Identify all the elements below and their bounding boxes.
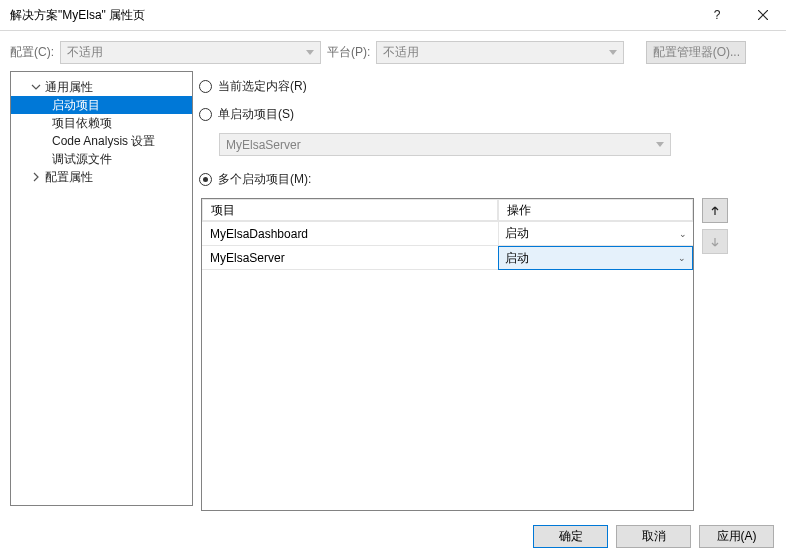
grid-header: 项目 操作: [202, 199, 693, 222]
grid-row[interactable]: MyElsaDashboard 启动 ⌄: [202, 222, 693, 246]
platform-label: 平台(P):: [327, 44, 370, 61]
chevron-down-icon: ⌄: [679, 229, 687, 239]
tree-expand-icon[interactable]: [31, 172, 41, 182]
grid-cell-project[interactable]: MyElsaDashboard: [202, 222, 498, 246]
tree-collapse-icon[interactable]: [31, 82, 41, 92]
property-tree[interactable]: 通用属性 启动项目 项目依赖项 Code Analysis 设置 调试源文件 配…: [10, 71, 193, 506]
close-button[interactable]: [740, 0, 786, 31]
radio-icon: [199, 80, 212, 93]
startup-projects-grid[interactable]: 项目 操作 MyElsaDashboard 启动 ⌄ MyElsaServer …: [201, 198, 694, 511]
configuration-toolbar: 配置(C): 不适用 平台(P): 不适用 配置管理器(O)...: [0, 31, 786, 61]
chevron-down-icon: [656, 142, 664, 147]
tree-node-label: 配置属性: [45, 169, 93, 186]
tree-node-code-analysis[interactable]: Code Analysis 设置: [11, 132, 192, 150]
apply-button[interactable]: 应用(A): [699, 525, 774, 548]
window-title: 解决方案"MyElsa" 属性页: [10, 7, 694, 24]
tree-node-label: 启动项目: [52, 97, 100, 114]
radio-icon: [199, 108, 212, 121]
chevron-down-icon: [609, 50, 617, 55]
dialog-body: 通用属性 启动项目 项目依赖项 Code Analysis 设置 调试源文件 配…: [0, 61, 786, 516]
startup-project-panel: 当前选定内容(R) 单启动项目(S) MyElsaServer 多个启动项目(M…: [199, 71, 776, 506]
config-combo: 不适用: [60, 41, 321, 64]
tree-node-startup-project[interactable]: 启动项目: [11, 96, 192, 114]
platform-combo-value: 不适用: [383, 44, 419, 61]
radio-icon: [199, 173, 212, 186]
grid-cell-project[interactable]: MyElsaServer: [202, 246, 498, 270]
chevron-down-icon: ⌄: [678, 253, 686, 263]
radio-single-startup[interactable]: 单启动项目(S): [199, 105, 776, 123]
button-label: 应用(A): [717, 528, 757, 545]
tree-node-label: 调试源文件: [52, 151, 112, 168]
grid-header-action[interactable]: 操作: [498, 199, 693, 221]
tree-node-label: Code Analysis 设置: [52, 133, 155, 150]
config-manager-label: 配置管理器(O)...: [653, 44, 740, 61]
single-startup-value: MyElsaServer: [226, 138, 301, 152]
grid-cell-action-combo[interactable]: 启动 ⌄: [498, 222, 693, 246]
grid-cell-action-combo[interactable]: 启动 ⌄: [498, 246, 693, 270]
single-startup-combo: MyElsaServer: [219, 133, 671, 156]
config-label: 配置(C):: [10, 44, 54, 61]
radio-label: 单启动项目(S): [218, 106, 294, 123]
reorder-buttons: [702, 198, 728, 511]
tree-node-common-properties[interactable]: 通用属性: [11, 78, 192, 96]
tree-node-debug-source-files[interactable]: 调试源文件: [11, 150, 192, 168]
config-combo-value: 不适用: [67, 44, 103, 61]
radio-current-selection[interactable]: 当前选定内容(R): [199, 77, 776, 95]
grid-empty-area: [202, 270, 693, 510]
grid-cell-action-value: 启动: [505, 225, 529, 242]
dialog-footer: 确定 取消 应用(A): [0, 516, 786, 548]
tree-node-config-properties[interactable]: 配置属性: [11, 168, 192, 186]
config-manager-button: 配置管理器(O)...: [646, 41, 746, 64]
multiple-startup-panel: 项目 操作 MyElsaDashboard 启动 ⌄ MyElsaServer …: [201, 198, 776, 511]
tree-node-label: 通用属性: [45, 79, 93, 96]
button-label: 确定: [559, 528, 583, 545]
ok-button[interactable]: 确定: [533, 525, 608, 548]
tree-node-project-dependencies[interactable]: 项目依赖项: [11, 114, 192, 132]
help-button[interactable]: ?: [694, 0, 740, 31]
grid-row[interactable]: MyElsaServer 启动 ⌄: [202, 246, 693, 270]
titlebar: 解决方案"MyElsa" 属性页 ?: [0, 0, 786, 31]
move-down-button[interactable]: [702, 229, 728, 254]
chevron-down-icon: [306, 50, 314, 55]
move-up-button[interactable]: [702, 198, 728, 223]
platform-combo: 不适用: [376, 41, 624, 64]
svg-text:?: ?: [714, 8, 721, 22]
grid-cell-action-value: 启动: [505, 250, 529, 267]
radio-label: 多个启动项目(M):: [218, 171, 311, 188]
cancel-button[interactable]: 取消: [616, 525, 691, 548]
button-label: 取消: [642, 528, 666, 545]
tree-node-label: 项目依赖项: [52, 115, 112, 132]
radio-label: 当前选定内容(R): [218, 78, 307, 95]
grid-header-project[interactable]: 项目: [202, 199, 498, 221]
radio-multiple-startup[interactable]: 多个启动项目(M):: [199, 170, 776, 188]
